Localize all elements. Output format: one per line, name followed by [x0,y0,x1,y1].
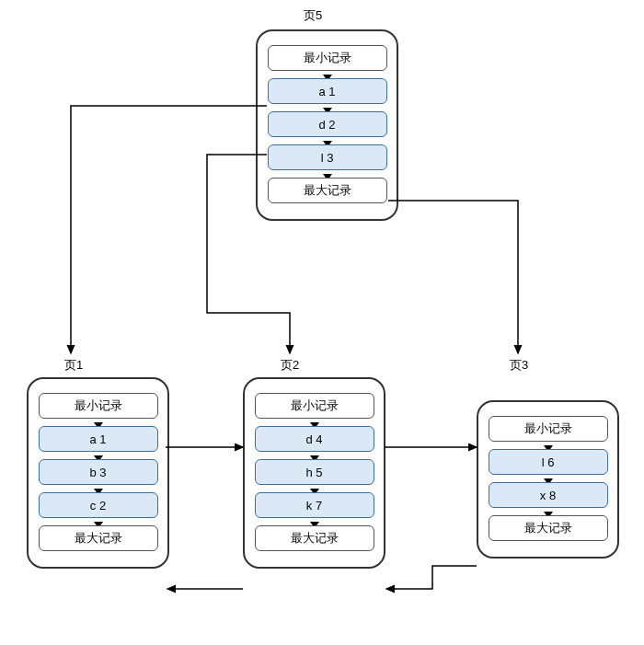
page5-record-d2: d 2 [268,111,387,137]
page3-record-x8: x 8 [489,482,608,508]
page5-min-record: 最小记录 [268,45,387,71]
page2-box: 最小记录 d 4 h 5 k 7 最大记录 [243,377,385,569]
page1-max-record: 最大记录 [39,525,158,551]
page2-record-h5: h 5 [255,459,374,485]
page5-record-a1: a 1 [268,78,387,104]
page1-min-record: 最小记录 [39,393,158,419]
page5-box: 最小记录 a 1 d 2 l 3 最大记录 [256,29,398,221]
page3-max-record: 最大记录 [489,515,608,541]
page2-min-record: 最小记录 [255,393,374,419]
page3-min-record: 最小记录 [489,416,608,442]
page3-label: 页3 [510,357,528,374]
page1-label: 页1 [64,357,83,374]
page2-record-k7: k 7 [255,492,374,518]
page1-record-c2: c 2 [39,492,158,518]
page2-label: 页2 [281,357,299,374]
page3-record-l6: l 6 [489,449,608,475]
page2-max-record: 最大记录 [255,525,374,551]
page5-label: 页5 [304,7,322,24]
page2-record-d4: d 4 [255,426,374,452]
page1-record-b3: b 3 [39,459,158,485]
page1-record-a1: a 1 [39,426,158,452]
page1-box: 最小记录 a 1 b 3 c 2 最大记录 [27,377,169,569]
page5-record-l3: l 3 [268,144,387,170]
page3-box: 最小记录 l 6 x 8 最大记录 [477,400,619,559]
page5-max-record: 最大记录 [268,178,387,203]
